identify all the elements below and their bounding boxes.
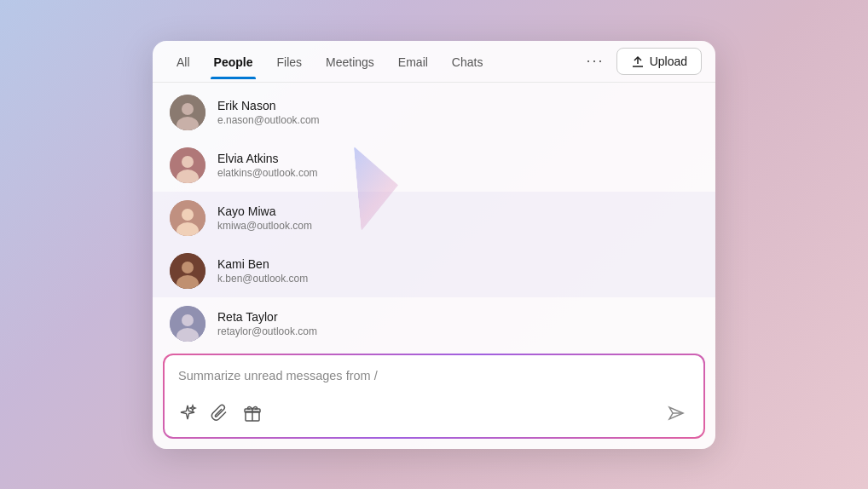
contact-email-reta: retaylor@outlook.com: [217, 325, 317, 337]
contact-row-erik[interactable]: Erik Nason e.nason@outlook.com: [153, 86, 715, 139]
contact-info-kami: Kami Ben k.ben@outlook.com: [217, 257, 308, 285]
contact-info-elvia: Elvia Atkins elatkins@outlook.com: [217, 152, 318, 179]
svg-point-3: [182, 103, 194, 115]
avatar-reta: [170, 306, 205, 342]
contact-name-erik: Erik Nason: [217, 99, 320, 112]
upload-label: Upload: [650, 55, 687, 68]
contact-email-erik: e.nason@outlook.com: [217, 114, 320, 126]
contact-row-kayo[interactable]: Kayo Miwa kmiwa@outlook.com: [153, 192, 715, 244]
svg-point-9: [182, 209, 194, 221]
contact-info-reta: Reta Taylor retaylor@outlook.com: [217, 310, 317, 337]
more-options-button[interactable]: ···: [578, 45, 613, 77]
contact-name-elvia: Elvia Atkins: [217, 152, 318, 165]
sparkle-icon[interactable]: [178, 404, 197, 423]
input-toolbar: [178, 400, 690, 427]
tab-email[interactable]: Email: [388, 43, 438, 79]
contact-row-elvia[interactable]: Elvia Atkins elatkins@outlook.com: [153, 139, 715, 192]
tab-bar: All People Files Meetings Email Chats ··…: [153, 41, 715, 83]
contact-email-kami: k.ben@outlook.com: [217, 273, 308, 285]
contact-name-kami: Kami Ben: [217, 257, 308, 271]
contact-name-kayo: Kayo Miwa: [217, 204, 312, 218]
avatar-erik: [170, 95, 205, 130]
contact-row-kami[interactable]: Kami Ben k.ben@outlook.com: [153, 244, 715, 297]
upload-button[interactable]: Upload: [616, 48, 702, 75]
tab-files[interactable]: Files: [266, 43, 312, 79]
input-area: Summarize unread messages from /: [163, 354, 705, 439]
svg-point-6: [182, 156, 194, 168]
contact-row-reta[interactable]: Reta Taylor retaylor@outlook.com: [153, 297, 715, 350]
send-button[interactable]: [663, 400, 690, 427]
tab-meetings[interactable]: Meetings: [315, 43, 385, 79]
main-panel: All People Files Meetings Email Chats ··…: [153, 41, 715, 449]
input-placeholder-text[interactable]: Summarize unread messages from /: [178, 369, 690, 386]
tab-chats[interactable]: Chats: [442, 43, 494, 79]
contact-email-kayo: kmiwa@outlook.com: [217, 220, 312, 232]
contact-info-kayo: Kayo Miwa kmiwa@outlook.com: [217, 204, 312, 232]
contact-list: Erik Nason e.nason@outlook.com Elvia Atk…: [153, 83, 715, 354]
upload-icon: [631, 55, 645, 68]
contact-email-elvia: elatkins@outlook.com: [217, 167, 318, 179]
contact-name-reta: Reta Taylor: [217, 310, 317, 324]
gift-icon[interactable]: [243, 404, 262, 423]
avatar-kayo: [170, 200, 205, 236]
paperclip-icon[interactable]: [211, 404, 229, 423]
avatar-elvia: [170, 147, 205, 183]
contact-info-erik: Erik Nason e.nason@outlook.com: [217, 99, 320, 126]
svg-point-12: [182, 262, 194, 273]
tab-all[interactable]: All: [166, 43, 200, 79]
tab-people[interactable]: People: [204, 43, 263, 79]
avatar-kami: [170, 253, 205, 289]
svg-point-15: [182, 314, 194, 326]
